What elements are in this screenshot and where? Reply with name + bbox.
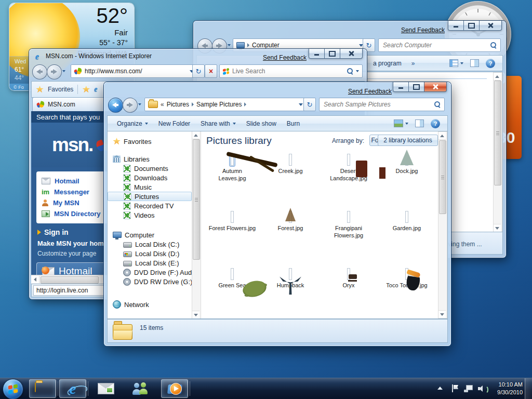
navigation-scrollbar[interactable]: [192, 131, 201, 318]
start-button[interactable]: [3, 379, 23, 399]
history-dropdown-icon[interactable]: [62, 70, 65, 72]
organize-button[interactable]: Organize: [112, 116, 153, 131]
content-scrollbar[interactable]: [438, 131, 447, 318]
share-with-button[interactable]: Share with: [195, 116, 241, 131]
library-locations-button[interactable]: 2 library locations: [378, 135, 438, 146]
file-item[interactable]: Garden.jpg: [378, 210, 436, 268]
file-item[interactable]: Frangipani Flowers.jpg: [320, 210, 378, 268]
scroll-down-button[interactable]: [192, 311, 200, 318]
taskbar-ie-button[interactable]: e: [59, 379, 86, 398]
scroll-up-button[interactable]: [438, 132, 446, 140]
taskbar-mail-button[interactable]: [92, 379, 119, 398]
burn-button[interactable]: Burn: [282, 116, 305, 131]
file-item[interactable]: Forest Flowers.jpg: [203, 210, 261, 268]
forward-button[interactable]: [123, 98, 138, 113]
change-view-button[interactable]: [394, 119, 408, 127]
taskbar-clock[interactable]: 10:10 AM 9/30/2010: [497, 381, 523, 396]
forward-button[interactable]: [47, 64, 62, 79]
minimize-button[interactable]: [448, 21, 464, 31]
file-item[interactable]: Autumn Leaves.jpg: [203, 153, 261, 210]
scroll-left-button[interactable]: [31, 276, 39, 283]
search-input[interactable]: [323, 100, 432, 109]
search-dropdown-icon[interactable]: [356, 70, 359, 72]
address-bar[interactable]: http://www.msn.com/: [71, 64, 197, 78]
send-feedback-link[interactable]: Send Feedback: [263, 54, 307, 61]
taskbar-explorer-button[interactable]: [29, 379, 56, 398]
search-input[interactable]: [382, 41, 488, 49]
toolbar-clipped-item[interactable]: a program »: [373, 56, 415, 71]
nav-local-disk-d[interactable]: Local Disk (D:): [108, 249, 192, 258]
nav-pictures[interactable]: Pictures: [108, 192, 192, 201]
maximize-button[interactable]: [324, 49, 340, 59]
file-item[interactable]: Desert Landscape.jpg: [320, 153, 378, 210]
search-input[interactable]: [231, 67, 344, 75]
send-feedback-link[interactable]: Send Feedback: [401, 26, 445, 34]
nav-downloads[interactable]: Downloads: [108, 173, 192, 182]
refresh-button[interactable]: ↻: [303, 98, 316, 111]
scroll-down-button[interactable]: [438, 310, 446, 318]
maximize-button[interactable]: [408, 82, 424, 92]
nav-videos[interactable]: Videos: [108, 210, 192, 220]
back-button[interactable]: [108, 98, 123, 113]
back-button[interactable]: [32, 64, 47, 79]
new-folder-button[interactable]: New Folder: [153, 116, 195, 131]
nav-computer[interactable]: Computer: [108, 230, 192, 240]
breadcrumb-overflow[interactable]: «: [161, 101, 164, 108]
close-button[interactable]: [424, 82, 447, 92]
send-feedback-link[interactable]: Send Feedback: [348, 88, 392, 95]
nav-recorded-tv[interactable]: Recorded TV: [108, 201, 192, 210]
slide-show-button[interactable]: Slide show: [241, 116, 282, 131]
scrollbar-thumb[interactable]: [494, 81, 501, 185]
taskbar-messenger-button[interactable]: [127, 379, 154, 398]
close-button[interactable]: [479, 21, 502, 31]
preview-pane-button[interactable]: [415, 119, 424, 127]
change-view-button[interactable]: [449, 59, 463, 67]
nav-dvd-rw-drive-g[interactable]: DVD RW Drive (G:) A: [108, 277, 192, 286]
help-button[interactable]: ?: [486, 59, 495, 68]
address-dropdown-icon[interactable]: [299, 103, 303, 106]
scroll-up-button[interactable]: [494, 73, 501, 81]
favorites-button[interactable]: Favorites: [48, 86, 73, 93]
breadcrumb-sample-pictures[interactable]: Sample Pictures: [196, 101, 242, 108]
show-desktop-button[interactable]: [525, 378, 532, 399]
history-dropdown-icon[interactable]: [228, 44, 231, 46]
nav-local-disk-c[interactable]: Local Disk (C:): [108, 240, 192, 249]
close-button[interactable]: [340, 49, 363, 59]
maximize-button[interactable]: [463, 21, 480, 31]
scrollbar-thumb[interactable]: [439, 140, 446, 214]
volume-icon[interactable]: [478, 385, 487, 392]
address-bar[interactable]: « Pictures Sample Pictures: [144, 98, 307, 111]
nav-network[interactable]: Network: [108, 300, 192, 309]
help-button[interactable]: ?: [431, 119, 440, 128]
minimize-button[interactable]: [393, 82, 409, 92]
file-item[interactable]: Humpback: [261, 268, 320, 319]
ie-page-icon[interactable]: e: [94, 85, 97, 94]
network-icon[interactable]: [464, 385, 473, 392]
nav-music[interactable]: Music: [108, 182, 192, 192]
history-dropdown-icon[interactable]: [138, 103, 141, 105]
preview-pane-button[interactable]: [470, 59, 479, 67]
file-item[interactable]: Forest.jpg: [261, 210, 320, 268]
refresh-button[interactable]: ↻: [192, 64, 205, 78]
action-center-icon[interactable]: [451, 384, 458, 392]
nav-libraries[interactable]: Libraries: [108, 154, 192, 164]
file-item[interactable]: Oryx: [320, 268, 378, 319]
taskbar-media-player-button[interactable]: [161, 379, 188, 398]
nav-favorites[interactable]: Favorites: [108, 137, 192, 146]
breadcrumb[interactable]: Computer: [252, 42, 280, 49]
url-text[interactable]: http://www.msn.com/: [85, 68, 142, 75]
nav-dvd-drive-f[interactable]: DVD Drive (F:) Audio: [108, 268, 192, 277]
file-item[interactable]: Dock.jpg: [378, 153, 436, 210]
minimize-button[interactable]: [309, 49, 325, 59]
toolbar-overflow-chevron[interactable]: »: [411, 60, 415, 67]
vertical-scrollbar[interactable]: [493, 72, 502, 232]
breadcrumb-pictures[interactable]: Pictures: [167, 101, 189, 108]
stop-button[interactable]: ×: [205, 64, 217, 78]
nav-local-disk-e[interactable]: Local Disk (E:): [108, 258, 192, 268]
scrollbar-thumb[interactable]: [193, 139, 200, 260]
scroll-up-button[interactable]: [192, 131, 200, 139]
nav-documents[interactable]: Documents: [108, 164, 192, 173]
scrollbar-thumb[interactable]: [41, 276, 99, 284]
file-item[interactable]: Toco Toucan.jpg: [378, 268, 436, 319]
scroll-down-button[interactable]: [494, 224, 501, 232]
